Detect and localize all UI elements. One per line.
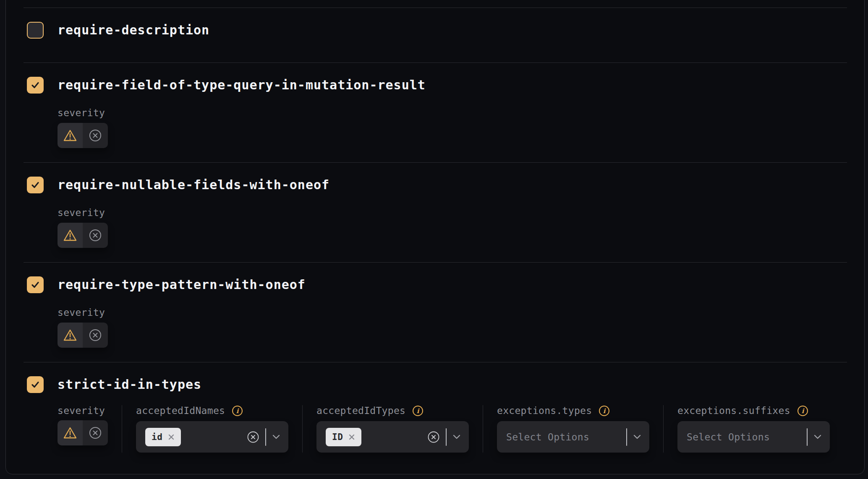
severity-label: severity: [58, 307, 864, 318]
option-field-exceptions-suffixes: exceptions.suffixes i Select Options: [677, 405, 830, 453]
selected-tag: id: [145, 428, 181, 446]
off-icon: [89, 427, 102, 439]
rule-row: require-description: [6, 8, 864, 62]
select-placeholder: Select Options: [506, 432, 589, 443]
svg-text:i: i: [417, 407, 420, 415]
rule-row: strict-id-in-types severity: [6, 362, 864, 479]
off-icon: [89, 129, 102, 142]
rule-title: require-field-of-type-query-in-mutation-…: [58, 77, 426, 94]
open-dropdown-button[interactable]: [453, 435, 460, 439]
severity-warn-button[interactable]: [58, 223, 83, 248]
input-divider: [807, 428, 808, 446]
rule-header: require-type-pattern-with-oneof: [27, 276, 864, 293]
rule-row: require-field-of-type-query-in-mutation-…: [6, 62, 864, 162]
warning-icon: [63, 229, 77, 242]
severity-off-button[interactable]: [83, 123, 108, 148]
severity-field: severity: [58, 307, 864, 348]
tag-label: ID: [332, 432, 343, 442]
chevron-down-icon: [453, 435, 460, 439]
chevron-down-icon: [272, 435, 280, 439]
open-dropdown-button[interactable]: [814, 435, 821, 439]
column-divider: [302, 405, 303, 453]
rule-title: require-nullable-fields-with-oneof: [58, 177, 329, 193]
severity-warn-button[interactable]: [58, 420, 83, 445]
severity-toggle: [58, 123, 108, 148]
remove-tag-icon[interactable]: [168, 434, 175, 440]
svg-text:i: i: [801, 407, 804, 415]
severity-warn-button[interactable]: [58, 323, 83, 348]
multiselect-input[interactable]: Select Options: [497, 421, 649, 453]
severity-off-button[interactable]: [83, 323, 108, 348]
select-placeholder: Select Options: [687, 432, 770, 443]
rule-checkbox[interactable]: [27, 77, 44, 94]
multiselect-input[interactable]: id: [136, 421, 288, 453]
column-divider: [122, 405, 122, 453]
rule-header: strict-id-in-types: [27, 376, 864, 393]
rule-title: require-type-pattern-with-oneof: [58, 276, 306, 293]
clear-selection-button[interactable]: [428, 431, 439, 443]
info-icon[interactable]: i: [797, 405, 808, 417]
chevron-down-icon: [633, 435, 641, 439]
column-divider: [663, 405, 664, 453]
rule-divider: [24, 162, 847, 163]
checkmark-icon: [30, 380, 40, 390]
checkmark-icon: [30, 280, 40, 290]
rule-row: require-type-pattern-with-oneof severity: [6, 262, 864, 362]
option-field-acceptedIdTypes: acceptedIdTypes i ID: [316, 405, 469, 453]
rule-header: require-description: [27, 22, 864, 39]
info-icon[interactable]: i: [599, 405, 610, 417]
rule-checkbox[interactable]: [27, 177, 44, 193]
checkmark-icon: [30, 80, 40, 90]
option-label: exceptions.types: [497, 405, 592, 416]
multiselect-input[interactable]: ID: [316, 421, 469, 453]
option-field-acceptedIdNames: acceptedIdNames i id: [136, 405, 288, 453]
option-field-exceptions-types: exceptions.types i Select Options: [497, 405, 649, 453]
severity-label: severity: [58, 405, 105, 416]
input-divider: [265, 428, 266, 446]
rule-divider: [24, 362, 847, 362]
severity-warn-button[interactable]: [58, 123, 83, 148]
open-dropdown-button[interactable]: [633, 435, 641, 439]
rule-divider: [24, 262, 847, 263]
open-dropdown-button[interactable]: [272, 435, 280, 439]
svg-text:i: i: [236, 407, 239, 415]
rule-options-row: severity acceptedIdNames: [58, 405, 864, 479]
severity-toggle: [58, 223, 108, 248]
rule-divider: [24, 8, 847, 8]
rule-divider: [24, 62, 847, 63]
off-icon: [89, 329, 102, 341]
severity-toggle: [58, 323, 108, 348]
option-label: acceptedIdNames: [136, 405, 225, 416]
severity-field: severity: [58, 107, 864, 148]
input-divider: [626, 428, 627, 446]
rules-panel: require-description require-field-of-typ…: [5, 0, 865, 474]
remove-tag-icon[interactable]: [348, 434, 355, 440]
clear-selection-button[interactable]: [247, 431, 259, 443]
warning-icon: [63, 129, 77, 142]
rule-checkbox[interactable]: [27, 376, 44, 393]
rule-checkbox[interactable]: [27, 276, 44, 293]
rule-title: strict-id-in-types: [58, 376, 201, 393]
severity-off-button[interactable]: [83, 420, 108, 445]
clear-icon: [428, 431, 439, 443]
severity-off-button[interactable]: [83, 223, 108, 248]
rules-list: require-description require-field-of-typ…: [6, 0, 864, 479]
severity-toggle: [58, 420, 108, 445]
option-label: exceptions.suffixes: [677, 405, 790, 416]
svg-text:i: i: [603, 407, 606, 415]
info-icon[interactable]: i: [232, 405, 243, 417]
severity-label: severity: [58, 207, 864, 218]
rule-header: require-field-of-type-query-in-mutation-…: [27, 77, 864, 94]
selected-tag: ID: [326, 428, 361, 446]
severity-field: severity: [58, 207, 864, 248]
rule-header: require-nullable-fields-with-oneof: [27, 177, 864, 193]
warning-icon: [63, 426, 77, 440]
clear-icon: [247, 431, 259, 443]
rule-checkbox[interactable]: [27, 22, 44, 39]
info-icon[interactable]: i: [412, 405, 424, 417]
off-icon: [89, 229, 102, 242]
severity-label: severity: [58, 107, 864, 118]
column-divider: [483, 405, 483, 453]
tag-label: id: [152, 432, 162, 442]
multiselect-input[interactable]: Select Options: [677, 421, 830, 453]
